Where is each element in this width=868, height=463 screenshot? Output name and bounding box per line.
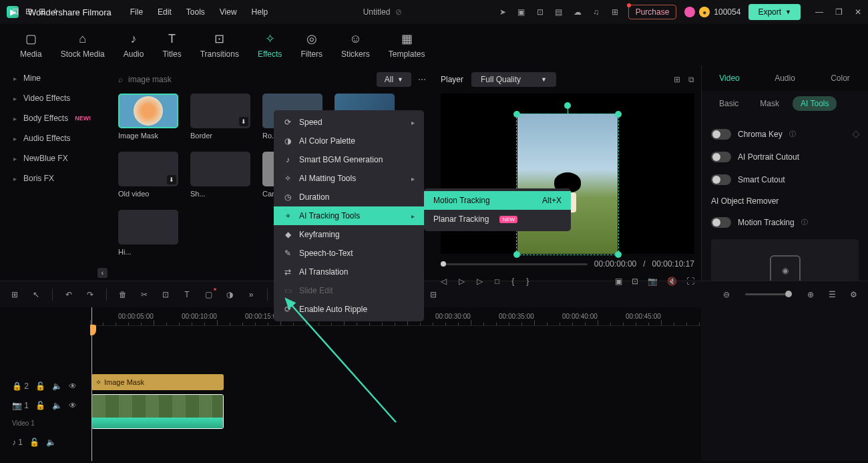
rp-subtab-basic[interactable]: Basic <box>711 96 746 111</box>
mute-icon[interactable]: 🔈 <box>52 401 62 410</box>
zoom-in-icon[interactable]: ⊕ <box>805 290 816 299</box>
record-icon[interactable]: ▢ <box>203 290 214 299</box>
lock-icon[interactable]: 🔓 <box>35 381 45 391</box>
purchase-button[interactable]: Purchase <box>628 5 677 19</box>
play-icon[interactable]: ▷ <box>459 277 465 286</box>
maximize-button[interactable]: ❐ <box>835 7 843 17</box>
zoom-slider[interactable] <box>745 293 792 295</box>
menu-edit[interactable]: Edit <box>158 7 172 17</box>
camera-icon[interactable]: 📷 <box>648 277 658 286</box>
screenshot-icon[interactable]: ▣ <box>615 277 622 286</box>
zoom-out-icon[interactable]: ⊖ <box>721 290 732 299</box>
tab-stock[interactable]: ⌂Stock Media <box>61 31 105 59</box>
mute-icon[interactable]: 🔇 <box>667 277 677 286</box>
headphones-icon[interactable]: ♫ <box>591 7 602 17</box>
track-head-fx[interactable]: 🔒 2🔓🔈👁 <box>0 377 90 396</box>
tab-filters[interactable]: ◎Filters <box>300 31 322 59</box>
ctx-matting[interactable]: ✧AI Matting Tools▸ <box>274 169 424 188</box>
ctx-color-palette[interactable]: ◑AI Color Palette <box>274 132 424 150</box>
rp-tab-audio[interactable]: Audio <box>757 65 813 91</box>
compare-icon[interactable]: ⊡ <box>632 277 638 286</box>
selection-border[interactable] <box>516 114 619 255</box>
delete-icon[interactable]: 🗑 <box>118 290 128 299</box>
download-icon[interactable]: ⬇ <box>239 117 248 126</box>
text-icon[interactable]: T <box>182 290 192 299</box>
lock-icon[interactable]: 🔓 <box>29 438 39 447</box>
grid-icon[interactable]: ⊞ <box>674 75 680 84</box>
quality-dropdown[interactable]: Full Quality▼ <box>471 72 556 87</box>
close-button[interactable]: ✕ <box>855 7 861 17</box>
rp-subtab-mask[interactable]: Mask <box>752 96 787 111</box>
rp-tab-color[interactable]: Color <box>813 65 868 91</box>
apps-icon[interactable]: ⊞ <box>9 290 20 299</box>
mute-icon[interactable]: 🔈 <box>46 438 56 447</box>
sidebar-item-mine[interactable]: ▸Mine <box>0 68 110 88</box>
portrait-toggle[interactable] <box>711 152 731 162</box>
apps-icon[interactable]: ⊞ <box>610 7 620 17</box>
effect-thumb-border[interactable]: ⬇Border <box>190 94 250 140</box>
filter-dropdown[interactable]: All▼ <box>377 72 411 87</box>
clip-image-mask[interactable]: ✧Image Mask <box>91 374 224 390</box>
menu-file[interactable]: File <box>130 7 143 17</box>
save-icon[interactable]: ▤ <box>554 7 564 17</box>
send-icon[interactable]: ➤ <box>497 7 508 17</box>
resize-handle[interactable] <box>615 251 622 258</box>
minimize-button[interactable]: — <box>815 7 823 17</box>
smart-cutout-toggle[interactable] <box>711 174 731 185</box>
export-button[interactable]: Export ▼ <box>748 4 801 20</box>
screen-icon[interactable]: ⊡ <box>535 7 546 17</box>
menu-tools[interactable]: Tools <box>186 7 205 17</box>
sub-motion-tracking[interactable]: Motion TrackingAlt+X <box>424 191 571 210</box>
undo-icon[interactable]: ↶ <box>63 290 74 299</box>
more-icon[interactable]: ⋯ <box>418 75 426 84</box>
t-icon2-icon[interactable]: ⊟ <box>25 7 32 16</box>
rp-subtab-aitools[interactable]: AI Tools <box>793 96 837 111</box>
timeline-tracks[interactable]: 00:00:05:0000:00:10:0000:00:15:0000:00:2… <box>90 307 701 461</box>
search-input[interactable]: ⌕ image mask <box>118 75 370 84</box>
cloud-icon[interactable]: ☁ <box>572 7 583 17</box>
prev-frame-icon[interactable]: ◁ <box>441 277 447 286</box>
ctx-auto-ripple[interactable]: ⟳Enable Auto Ripple <box>274 300 424 319</box>
download-icon[interactable]: ⬇ <box>167 175 176 184</box>
info-icon[interactable]: ⓘ <box>801 218 808 227</box>
info-icon[interactable]: ⓘ <box>789 130 796 139</box>
tab-stickers[interactable]: ☺Stickers <box>341 31 370 59</box>
tab-titles[interactable]: TTitles <box>162 31 181 59</box>
track-head-video[interactable]: 📷 1🔓🔈👁Video 1 <box>0 396 90 433</box>
rotate-handle[interactable] <box>564 102 571 109</box>
keyframe-icon[interactable] <box>852 130 859 138</box>
list-icon[interactable]: ☰ <box>827 290 837 299</box>
eye-icon[interactable]: 👁 <box>69 401 77 410</box>
sidebar-item-body-effects[interactable]: ▸Body EffectsNEW! <box>0 108 110 128</box>
stop-icon[interactable]: □ <box>495 277 499 286</box>
record-icon[interactable]: ▣ <box>516 7 527 17</box>
link-icon[interactable]: ⊟ <box>428 290 439 299</box>
next-icon[interactable]: ▷ <box>477 277 483 286</box>
effect-thumb-6[interactable]: Sh... <box>190 152 250 198</box>
lock-icon[interactable]: 🔓 <box>35 401 45 410</box>
pointer-icon[interactable]: ↖ <box>31 290 41 299</box>
tab-templates[interactable]: ▦Templates <box>389 31 425 59</box>
color-icon[interactable]: ◑ <box>224 290 235 299</box>
tab-transitions[interactable]: ⊡Transitions <box>200 31 239 59</box>
resize-handle[interactable] <box>513 111 520 118</box>
sidebar-item-video-effects[interactable]: ▸Video Effects <box>0 88 110 108</box>
ctx-bgm[interactable]: ♪Smart BGM Generation <box>274 150 424 169</box>
t-icon3-icon[interactable]: ⊞ <box>39 7 45 16</box>
snapshot-icon[interactable]: ⧉ <box>688 75 694 84</box>
fullscreen-icon[interactable]: ⛶ <box>686 277 694 286</box>
mark-in-icon[interactable]: { <box>511 277 514 286</box>
tab-media[interactable]: ▢Media <box>20 31 42 59</box>
effect-thumb-image-mask[interactable]: Image Mask <box>118 94 178 140</box>
player-scrubber[interactable] <box>441 263 588 265</box>
menu-view[interactable]: View <box>220 7 237 17</box>
menu-help[interactable]: Help <box>252 7 268 17</box>
ctx-translate[interactable]: ⇄AI Translation <box>274 263 424 281</box>
ctx-keyframing[interactable]: ◆Keyframing <box>274 225 424 244</box>
sync-icon[interactable]: ⊘ <box>395 7 402 17</box>
sidebar-item-boris[interactable]: ▸Boris FX <box>0 168 110 188</box>
coin-balance[interactable]: ● 100054 <box>684 7 740 17</box>
tab-effects[interactable]: ✧Effects <box>258 31 282 59</box>
tab-audio[interactable]: ♪Audio <box>124 31 144 59</box>
ctx-duration[interactable]: ◷Duration <box>274 188 424 206</box>
